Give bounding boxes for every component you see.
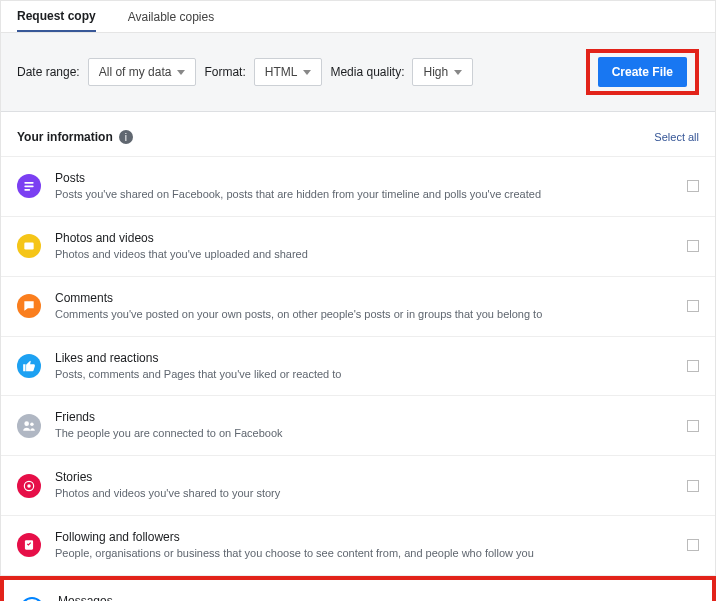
svg-point-5: [30, 422, 34, 426]
posts-icon: [17, 174, 41, 198]
row-label: Stories: [55, 470, 673, 484]
row-desc: Photos and videos you've shared to your …: [55, 486, 673, 501]
info-icon[interactable]: i: [119, 130, 133, 144]
row-checkbox[interactable]: [687, 300, 699, 312]
row-desc: Posts, comments and Pages that you've li…: [55, 367, 673, 382]
comments-icon: [17, 294, 41, 318]
svg-rect-0: [24, 182, 33, 184]
media-quality-value: High: [423, 65, 448, 79]
information-list: Posts Posts you've shared on Facebook, p…: [1, 157, 715, 601]
likes-icon: [17, 354, 41, 378]
row-friends[interactable]: Friends The people you are connected to …: [1, 396, 715, 456]
row-desc: Posts you've shared on Facebook, posts t…: [55, 187, 673, 202]
media-quality-select[interactable]: High: [412, 58, 473, 86]
row-checkbox[interactable]: [687, 480, 699, 492]
row-desc: Comments you've posted on your own posts…: [55, 307, 673, 322]
row-label: Likes and reactions: [55, 351, 673, 365]
following-icon: [17, 533, 41, 557]
row-label: Comments: [55, 291, 673, 305]
create-file-button[interactable]: Create File: [598, 57, 687, 87]
filter-bar: Date range: All of my data Format: HTML …: [1, 33, 715, 112]
row-label: Friends: [55, 410, 673, 424]
svg-point-4: [24, 421, 29, 426]
caret-down-icon: [454, 70, 462, 75]
stories-icon: [17, 474, 41, 498]
row-desc: The people you are connected to on Faceb…: [55, 426, 673, 441]
row-desc: Photos and videos that you've uploaded a…: [55, 247, 673, 262]
row-checkbox[interactable]: [687, 360, 699, 372]
row-checkbox[interactable]: [687, 180, 699, 192]
caret-down-icon: [177, 70, 185, 75]
media-quality-label: Media quality:: [330, 65, 404, 79]
row-checkbox[interactable]: [687, 539, 699, 551]
tab-available-copies[interactable]: Available copies: [128, 1, 215, 32]
select-all-link[interactable]: Select all: [654, 131, 699, 143]
friends-icon: [17, 414, 41, 438]
tabs: Request copy Available copies: [1, 1, 715, 33]
row-likes-reactions[interactable]: Likes and reactions Posts, comments and …: [1, 337, 715, 397]
row-label: Photos and videos: [55, 231, 673, 245]
row-photos-videos[interactable]: Photos and videos Photos and videos that…: [1, 217, 715, 277]
row-posts[interactable]: Posts Posts you've shared on Facebook, p…: [1, 157, 715, 217]
format-label: Format:: [204, 65, 245, 79]
download-information-panel: Request copy Available copies Date range…: [0, 0, 716, 601]
tab-request-copy[interactable]: Request copy: [17, 1, 96, 32]
row-checkbox[interactable]: [687, 420, 699, 432]
row-label: Posts: [55, 171, 673, 185]
date-range-label: Date range:: [17, 65, 80, 79]
svg-rect-3: [24, 243, 33, 250]
row-label: Messages: [58, 594, 670, 601]
row-following-followers[interactable]: Following and followers People, organisa…: [1, 516, 715, 576]
messages-icon: [20, 597, 44, 601]
svg-rect-2: [24, 189, 30, 191]
row-label: Following and followers: [55, 530, 673, 544]
section-title: Your information: [17, 130, 113, 144]
svg-rect-1: [24, 186, 33, 188]
date-range-value: All of my data: [99, 65, 172, 79]
row-messages[interactable]: Messages Messages you've exchanged with …: [0, 576, 716, 601]
row-desc: People, organisations or business that y…: [55, 546, 673, 561]
date-range-select[interactable]: All of my data: [88, 58, 197, 86]
format-value: HTML: [265, 65, 298, 79]
photos-icon: [17, 234, 41, 258]
caret-down-icon: [303, 70, 311, 75]
svg-point-7: [27, 484, 31, 488]
row-comments[interactable]: Comments Comments you've posted on your …: [1, 277, 715, 337]
row-stories[interactable]: Stories Photos and videos you've shared …: [1, 456, 715, 516]
section-header: Your information i Select all: [1, 112, 715, 157]
format-select[interactable]: HTML: [254, 58, 323, 86]
row-checkbox[interactable]: [687, 240, 699, 252]
highlight-create-file: Create File: [586, 49, 699, 95]
